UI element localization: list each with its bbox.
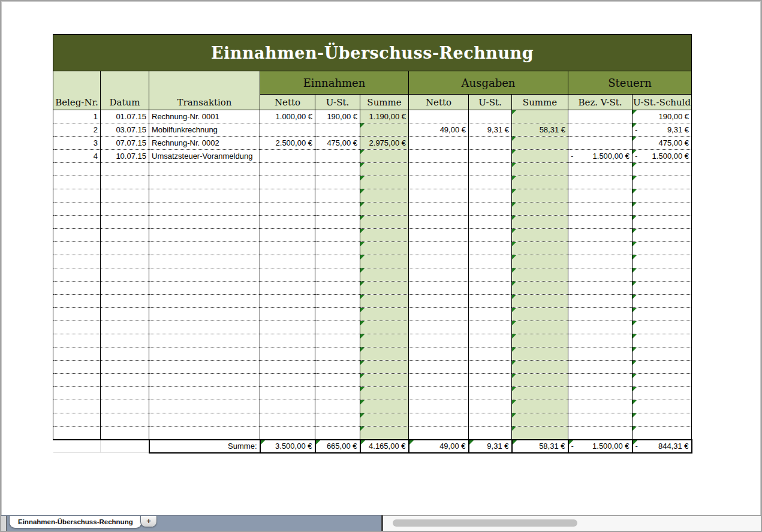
grid-cell[interactable] [149, 400, 260, 413]
grid-cell[interactable] [315, 413, 360, 427]
grid-cell[interactable]: -1.500,00 € [568, 150, 633, 163]
grid-cell[interactable] [633, 255, 692, 268]
totals-value-cell[interactable]: -1.500,00 € [568, 440, 633, 453]
grid-cell[interactable] [568, 137, 633, 150]
grid-cell[interactable] [360, 295, 409, 308]
grid-cell[interactable] [568, 295, 633, 308]
grid-cell[interactable] [633, 321, 692, 334]
grid-cell[interactable]: Mobilfunkrechnung [149, 123, 260, 137]
grid-cell[interactable] [568, 189, 633, 202]
grid-cell[interactable] [409, 202, 469, 216]
grid-cell[interactable] [53, 347, 101, 361]
grid-cell[interactable] [469, 163, 512, 176]
grid-cell[interactable] [260, 361, 315, 374]
grid-cell[interactable] [633, 282, 692, 295]
grid-cell[interactable] [53, 202, 101, 216]
grid-cell[interactable] [409, 413, 469, 427]
grid-cell[interactable]: 1.000,00 € [260, 110, 315, 123]
grid-cell[interactable] [512, 295, 568, 308]
grid-cell[interactable] [568, 216, 633, 229]
grid-cell[interactable] [53, 427, 101, 440]
grid-cell[interactable] [53, 400, 101, 413]
totals-value-cell[interactable]: 665,00 € [315, 440, 360, 453]
grid-cell[interactable]: 01.07.15 [101, 110, 149, 123]
grid-cell[interactable] [315, 189, 360, 202]
grid-cell[interactable] [149, 255, 260, 268]
grid-cell[interactable] [409, 374, 469, 387]
grid-cell[interactable] [101, 242, 149, 255]
grid-cell[interactable] [360, 282, 409, 295]
grid-cell[interactable] [315, 295, 360, 308]
grid-cell[interactable] [101, 361, 149, 374]
grid-cell[interactable] [260, 387, 315, 400]
grid-cell[interactable] [568, 242, 633, 255]
grid-cell[interactable] [101, 321, 149, 334]
grid-cell[interactable] [53, 176, 101, 189]
grid-cell[interactable] [360, 361, 409, 374]
grid-cell[interactable] [149, 387, 260, 400]
grid-cell[interactable] [568, 176, 633, 189]
grid-cell[interactable] [260, 347, 315, 361]
grid-cell[interactable] [409, 110, 469, 123]
grid-cell[interactable]: 2.975,00 € [360, 137, 409, 150]
grid-cell[interactable] [512, 374, 568, 387]
grid-cell[interactable] [469, 137, 512, 150]
grid-cell[interactable] [53, 308, 101, 321]
grid-cell[interactable] [469, 229, 512, 242]
grid-cell[interactable] [315, 150, 360, 163]
grid-cell[interactable] [360, 176, 409, 189]
grid-cell[interactable] [568, 361, 633, 374]
grid-cell[interactable] [315, 202, 360, 216]
grid-cell[interactable] [568, 334, 633, 347]
grid-cell[interactable] [53, 229, 101, 242]
grid-cell[interactable] [409, 176, 469, 189]
grid-cell[interactable] [469, 361, 512, 374]
grid-cell[interactable] [360, 374, 409, 387]
grid-cell[interactable] [360, 321, 409, 334]
grid-cell[interactable] [315, 282, 360, 295]
grid-cell[interactable] [315, 268, 360, 282]
grid-cell[interactable] [149, 308, 260, 321]
grid-cell[interactable] [260, 176, 315, 189]
grid-cell[interactable] [633, 308, 692, 321]
grid-cell[interactable] [149, 282, 260, 295]
horizontal-scrollbar-track[interactable] [383, 515, 761, 531]
column-header-datum[interactable]: Datum [101, 71, 149, 110]
grid-cell[interactable] [260, 123, 315, 137]
grid-cell[interactable] [260, 268, 315, 282]
grid-cell[interactable] [101, 440, 149, 453]
grid-cell[interactable] [512, 189, 568, 202]
grid-cell[interactable] [260, 163, 315, 176]
grid-cell[interactable] [53, 282, 101, 295]
grid-cell[interactable] [512, 137, 568, 150]
grid-cell[interactable] [315, 308, 360, 321]
grid-cell[interactable] [260, 189, 315, 202]
grid-cell[interactable] [633, 387, 692, 400]
grid-cell[interactable] [512, 255, 568, 268]
grid-cell[interactable] [469, 282, 512, 295]
grid-cell[interactable] [568, 400, 633, 413]
grid-cell[interactable] [469, 176, 512, 189]
grid-cell[interactable] [512, 163, 568, 176]
grid-cell[interactable]: Umsatzsteuer-Voranmeldung [149, 150, 260, 163]
grid-cell[interactable] [260, 295, 315, 308]
totals-value-cell[interactable]: 3.500,00 € [260, 440, 315, 453]
grid-cell[interactable] [53, 163, 101, 176]
totals-label-cell[interactable]: Summe: [149, 440, 260, 453]
grid-cell[interactable] [512, 308, 568, 321]
group-header-einnahmen[interactable]: Einnahmen [260, 71, 409, 95]
grid-cell[interactable]: 10.07.15 [101, 150, 149, 163]
grid-cell[interactable] [568, 268, 633, 282]
grid-cell[interactable] [568, 413, 633, 427]
grid-cell[interactable] [53, 268, 101, 282]
grid-cell[interactable] [633, 361, 692, 374]
grid-cell[interactable]: 475,00 € [315, 137, 360, 150]
grid-cell[interactable] [633, 242, 692, 255]
grid-cell[interactable] [409, 361, 469, 374]
grid-cell[interactable]: Rechnung-Nr. 0001 [149, 110, 260, 123]
grid-cell[interactable] [53, 242, 101, 255]
sheet-tab-einnahmen-ueberschuss-rechnung[interactable]: Einnahmen-Überschuss-Rechnung [9, 516, 142, 528]
grid-cell[interactable] [149, 189, 260, 202]
grid-cell[interactable] [633, 347, 692, 361]
grid-cell[interactable] [512, 282, 568, 295]
